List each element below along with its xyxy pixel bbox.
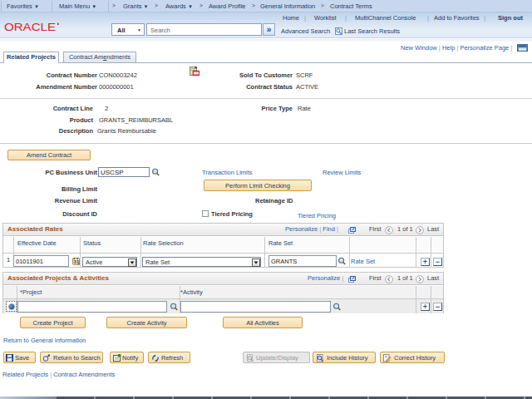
- svg-text:ORACLE: ORACLE: [4, 22, 56, 32]
